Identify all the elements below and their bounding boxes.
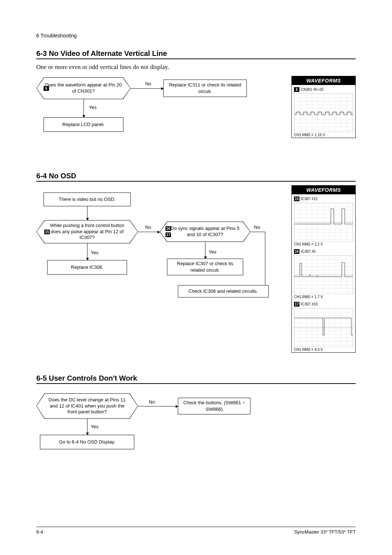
action-ic308: Replace IC308. xyxy=(47,260,127,275)
decision-text: Does the waveform appear at Pin 20 of CN… xyxy=(45,82,122,94)
wave-label: IC307 #10 xyxy=(301,302,318,306)
wave-label: IC307 #5 xyxy=(301,250,316,254)
action-replace-lcd: Replace LCD panel. xyxy=(44,117,123,132)
wave-footer: CH1 RMS = 2.2 V xyxy=(294,242,353,246)
decision1-text: While pushing a front control button doe… xyxy=(45,223,130,241)
section-6-3-intro: One or more even or odd vertical lines d… xyxy=(36,64,356,71)
scope-15 xyxy=(294,203,353,242)
flow-6-4: There is video but no OSD. While pushing… xyxy=(36,193,356,312)
wave-badge-17: 17 xyxy=(294,302,299,307)
decision2-text: Do sync signals appear at Pins 5 and 10 … xyxy=(168,226,242,238)
label-no-2: No xyxy=(254,224,260,230)
badge-17: 17 xyxy=(166,232,171,237)
wave-label: IC307 #12 xyxy=(301,197,318,201)
section-6-5-title: 6-5 User Controls Don't Work xyxy=(36,374,356,384)
waveforms-6-4: WAVEFORMS 15IC307 #12 CH1 RMS = 2.2 V 16… xyxy=(291,185,356,353)
wave-badge-6: 6 xyxy=(294,87,299,92)
page-footer: 6-4 SyncMaster 33* TFT/53* TFT xyxy=(36,527,356,535)
scope-16 xyxy=(294,255,353,294)
label-yes-2: Yes xyxy=(209,249,216,255)
scope-6 xyxy=(294,93,353,132)
badge-15: 15 xyxy=(44,230,50,234)
waveforms-6-3: WAVEFORMS 6CN301 #5~20 CH1 RMS = 1.18 V xyxy=(291,76,356,138)
flow-6-3: Does the waveform appear at Pin 20 of CN… xyxy=(36,77,356,150)
label-yes: Yes xyxy=(89,105,97,110)
section-6-3-title: 6-3 No Video of Alternate Vertical Line xyxy=(36,49,356,59)
decision-text-65: Does the DC level change at Pins 11 and … xyxy=(45,397,130,416)
action-check-buttons: Check the buttons. (SW861 ~ SW866) xyxy=(178,398,250,414)
wave-footer: CH1 RMS = 1.18 V xyxy=(294,133,353,137)
label-no: No xyxy=(145,81,151,86)
section-6-4-title: 6-4 No OSD xyxy=(36,172,356,182)
label-yes-65: Yes xyxy=(91,424,98,429)
wave-footer: CH1 RMS = 1.7 V xyxy=(294,295,353,299)
label-yes-1: Yes xyxy=(91,250,98,255)
action-goto-64: Go to 6-4 No OSD Display. xyxy=(40,435,134,449)
footer-page-number: 6-4 xyxy=(36,529,43,535)
action-replace-ic311: Replace IC311 or check its related circu… xyxy=(163,80,247,97)
wave-label: CN301 #5~20 xyxy=(301,88,323,92)
action-ic307: Replace IC307 or check its related circu… xyxy=(167,259,243,275)
action-ic306: Check IC306 and related circuits. xyxy=(178,285,269,297)
waveforms-header-2: WAVEFORMS xyxy=(292,186,355,194)
wave-badge-15: 15 xyxy=(294,197,299,201)
start-box: There is video but no OSD. xyxy=(44,193,131,206)
label-no-65: No xyxy=(149,399,155,405)
badge-6: 6 xyxy=(44,86,49,91)
wave-badge-16: 16 xyxy=(294,249,299,254)
waveforms-header: WAVEFORMS xyxy=(292,76,355,85)
wave-footer: CH1 RMS = 4.3 V xyxy=(294,348,353,352)
scope-17 xyxy=(294,308,353,347)
badge-16: 16 xyxy=(166,226,171,231)
footer-model: SyncMaster 33* TFT/53* TFT xyxy=(294,529,356,535)
chapter-header: 6 Troubleshooting xyxy=(36,33,356,39)
flow-6-5: Does the DC level change at Pins 11 and … xyxy=(36,393,356,462)
label-no-1: No xyxy=(145,224,151,230)
